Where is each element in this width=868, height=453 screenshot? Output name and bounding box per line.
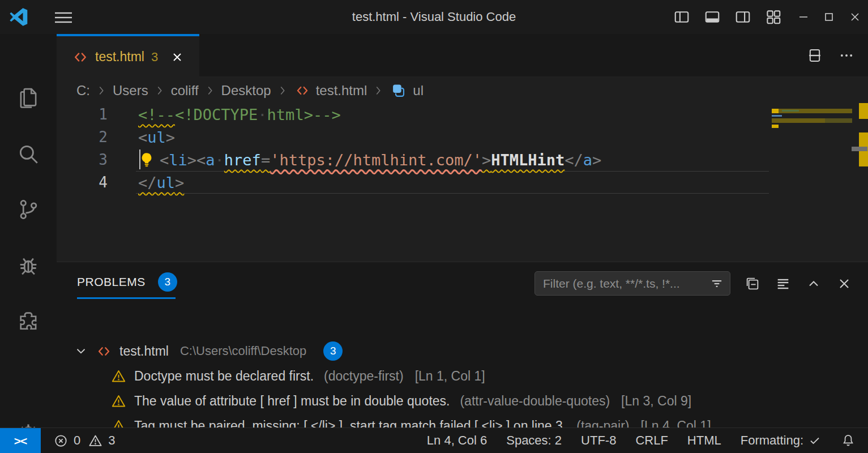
code-line[interactable]: 4 </ul> (57, 171, 868, 194)
explorer-icon[interactable] (0, 76, 57, 119)
problem-message: Doctype must be declared first. (134, 369, 314, 384)
minimap-line (772, 118, 825, 123)
formatting-status[interactable]: Formatting: (741, 433, 822, 448)
whitespace-dot: · (215, 151, 224, 169)
problem-location: [Ln 1, Col 1] (415, 369, 485, 384)
breadcrumb-item-users[interactable]: Users (113, 83, 148, 99)
lightbulb-icon[interactable] (138, 151, 155, 168)
maximize-panel-icon[interactable] (806, 276, 822, 292)
breadcrumb-item-drive[interactable]: C: (76, 83, 90, 99)
problem-message: The value of attribute [ href ] must be … (134, 394, 450, 409)
error-icon (53, 433, 69, 448)
toggle-primary-sidebar-icon[interactable] (668, 0, 695, 34)
breadcrumb-item-file[interactable]: test.html (316, 83, 367, 99)
chevron-right-icon (95, 84, 108, 97)
line-number: 1 (57, 106, 108, 123)
file-problem-badge: 3 (323, 341, 343, 361)
minimap-line (772, 115, 782, 117)
close-window-icon[interactable] (841, 0, 868, 34)
minimap-line (825, 118, 852, 123)
tab-close-icon[interactable] (170, 50, 184, 64)
run-debug-icon[interactable] (0, 245, 57, 288)
chevron-down-icon[interactable] (74, 344, 88, 358)
chevron-right-icon (204, 84, 216, 97)
html-file-icon (295, 83, 310, 98)
breadcrumb-item-symbol[interactable]: ul (413, 83, 424, 99)
close-panel-icon[interactable] (836, 276, 852, 292)
remote-indicator[interactable]: >< (0, 428, 41, 453)
maximize-icon[interactable] (816, 0, 841, 34)
cursor-position[interactable]: Ln 4, Col 6 (427, 433, 487, 448)
code-token: a (583, 151, 592, 169)
problems-panel: PROBLEMS 3 (57, 262, 868, 428)
notifications-bell-icon[interactable] (841, 433, 856, 448)
language-mode[interactable]: HTML (687, 433, 721, 448)
code-line[interactable]: 2 <ul> (57, 126, 868, 148)
chevron-right-icon (153, 84, 166, 97)
collapse-all-icon[interactable] (745, 276, 760, 292)
search-icon[interactable] (0, 133, 57, 176)
problem-row[interactable]: The value of attribute [ href ] must be … (57, 388, 868, 413)
minimap[interactable] (772, 101, 852, 259)
tab-problem-count: 3 (151, 50, 158, 65)
toggle-panel-icon[interactable] (699, 0, 726, 34)
chevron-right-icon (276, 84, 289, 97)
code-token: HTMLHint (491, 151, 565, 169)
code-line[interactable]: 1 <!--<!DOCTYPE·html>--> (57, 103, 868, 126)
code-token: > (592, 151, 601, 169)
split-editor-icon[interactable] (807, 48, 823, 63)
warning-icon (88, 433, 103, 448)
code-token: a (206, 151, 215, 169)
ruler-warning-mark (859, 103, 868, 119)
breadcrumb-item-desktop[interactable]: Desktop (221, 83, 271, 99)
encoding[interactable]: UTF-8 (581, 433, 616, 448)
tab-test-html[interactable]: test.html 3 (57, 34, 199, 78)
html-file-icon (72, 49, 88, 65)
indentation[interactable]: Spaces: 2 (506, 433, 562, 448)
problems-file-path: C:\Users\coliff\Desktop (180, 344, 306, 358)
code-editor[interactable]: 1 <!--<!DOCTYPE·html>--> 2 <ul> 3 <li><a… (57, 103, 868, 262)
source-control-icon[interactable] (0, 188, 57, 231)
more-actions-icon[interactable] (839, 48, 854, 63)
active-tab-underline (77, 297, 176, 299)
code-token: href (224, 151, 261, 169)
code-token: html>--> (267, 106, 341, 123)
formatting-label: Formatting: (741, 433, 803, 448)
whitespace-dot: · (258, 106, 267, 123)
status-right: Ln 4, Col 6 Spaces: 2 UTF-8 CRLF HTML Fo… (427, 428, 856, 453)
toggle-secondary-sidebar-icon[interactable] (729, 0, 756, 34)
tab-label: test.html (95, 49, 144, 65)
tab-bar: test.html 3 (57, 34, 868, 77)
extensions-icon[interactable] (0, 300, 57, 343)
warning-icon (111, 394, 126, 409)
code-token: = (261, 151, 270, 169)
problems-status[interactable]: 0 3 (53, 428, 116, 453)
code-token: </ (138, 174, 157, 191)
breadcrumb-item-coliff[interactable]: coliff (171, 83, 199, 99)
vscode-window: { "window": { "title": "test.html - Visu… (0, 0, 868, 453)
code-token: ul (157, 174, 176, 191)
line-number: 3 (57, 151, 108, 168)
code-token: > (187, 151, 196, 169)
problems-filter[interactable] (535, 271, 730, 296)
problem-rule: (doctype-first) (324, 369, 404, 384)
eol-sequence[interactable]: CRLF (635, 433, 668, 448)
problems-file-name: test.html (119, 344, 169, 359)
panel-actions (745, 271, 852, 296)
ruler-cursor-mark (852, 147, 867, 151)
code-token: < (138, 129, 147, 146)
minimize-icon[interactable] (790, 0, 816, 34)
breadcrumb: C: Users coliff Desktop test.html ul (57, 78, 868, 103)
filter-icon[interactable] (709, 276, 724, 291)
view-as-table-icon[interactable] (775, 276, 791, 292)
customize-layout-icon[interactable] (760, 0, 787, 34)
warning-icon (111, 369, 126, 384)
filter-input[interactable] (543, 277, 709, 290)
tab-problems[interactable]: PROBLEMS 3 (77, 272, 177, 292)
html-file-icon (96, 344, 112, 359)
editor-group: test.html 3 C: Users coliff Desktop test… (57, 34, 868, 428)
problem-row[interactable]: Doctype must be declared first. (doctype… (57, 364, 868, 388)
problem-location: [Ln 3, Col 9] (621, 394, 691, 409)
code-line[interactable]: 3 <li><a·href='https://htmlhint.com/'>HT… (57, 148, 868, 171)
problems-file-row[interactable]: test.html C:\Users\coliff\Desktop 3 (57, 339, 868, 364)
